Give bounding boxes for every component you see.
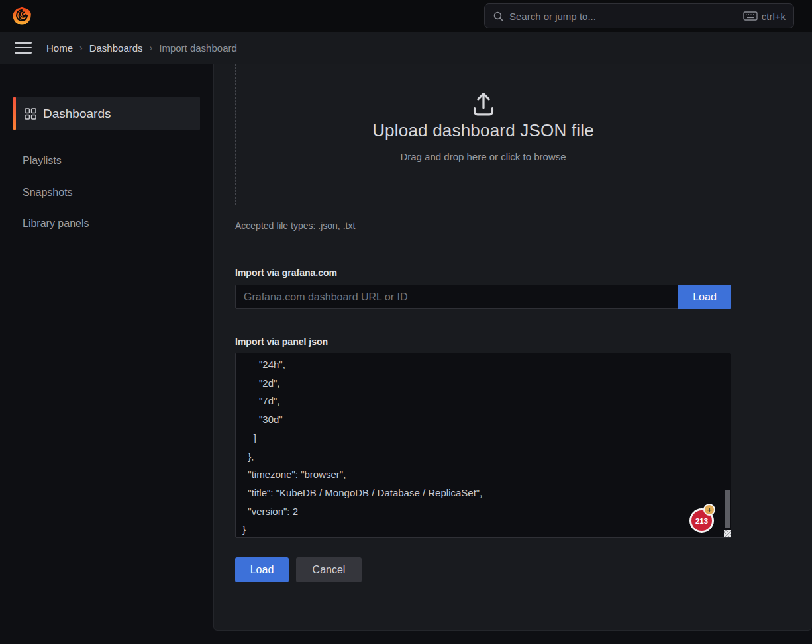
chevron-right-icon: › bbox=[79, 42, 83, 53]
gcom-url-input[interactable] bbox=[235, 285, 678, 309]
textarea-scrollbar-thumb[interactable] bbox=[725, 490, 730, 528]
dropzone-title: Upload dashboard JSON file bbox=[236, 120, 731, 141]
gcom-load-button[interactable]: Load bbox=[678, 285, 731, 309]
panel-json-content: "24h", "2d", "7d", "30d" ] }, "timezone"… bbox=[236, 353, 731, 538]
gcom-label: Import via grafana.com bbox=[235, 267, 337, 278]
dropzone-subtitle: Drag and drop here or click to browse bbox=[236, 151, 731, 162]
badge-plus-icon: + bbox=[703, 504, 715, 516]
search-bar[interactable]: ctrl+k bbox=[484, 3, 794, 28]
dashboards-grid-icon bbox=[25, 108, 36, 120]
breadcrumb-current: Import dashboard bbox=[159, 42, 237, 54]
section-nav: Dashboards Playlists Snapshots Library p… bbox=[0, 64, 213, 644]
search-shortcut: ctrl+k bbox=[743, 10, 786, 22]
breadcrumb: Home › Dashboards › Import dashboard bbox=[46, 42, 237, 54]
textarea-resize-handle[interactable] bbox=[724, 530, 731, 537]
sidebar-item-snapshots[interactable]: Snapshots bbox=[23, 185, 73, 201]
chevron-right-icon: › bbox=[150, 42, 153, 53]
sidebar-item-library-panels[interactable]: Library panels bbox=[23, 216, 89, 232]
accepted-file-types: Accepted file types: .json, .txt bbox=[235, 220, 355, 231]
breadcrumb-bar: Home › Dashboards › Import dashboard bbox=[0, 32, 812, 64]
import-dashboard-page: Upload dashboard JSON file Drag and drop… bbox=[213, 64, 812, 631]
panel-json-label: Import via panel json bbox=[235, 336, 328, 347]
file-dropzone[interactable]: Upload dashboard JSON file Drag and drop… bbox=[235, 64, 731, 205]
form-actions: Load Cancel bbox=[235, 557, 362, 582]
panel-json-textarea[interactable]: "24h", "2d", "7d", "30d" ] }, "timezone"… bbox=[235, 353, 731, 538]
breadcrumb-home[interactable]: Home bbox=[46, 42, 73, 54]
sidebar-item-dashboards[interactable]: Dashboards bbox=[13, 97, 200, 130]
menu-toggle-icon[interactable] bbox=[15, 42, 32, 54]
upload-icon bbox=[236, 89, 731, 119]
shortcut-label: ctrl+k bbox=[762, 11, 786, 22]
search-input[interactable] bbox=[509, 11, 738, 22]
gcom-import-row: Load bbox=[235, 285, 731, 309]
grafana-logo[interactable] bbox=[11, 5, 33, 27]
active-accent-bar bbox=[13, 97, 16, 130]
top-bar: ctrl+k bbox=[0, 0, 812, 32]
sidebar-item-playlists[interactable]: Playlists bbox=[23, 153, 62, 169]
load-button[interactable]: Load bbox=[235, 557, 289, 582]
cancel-button[interactable]: Cancel bbox=[296, 557, 362, 582]
keyboard-icon bbox=[743, 10, 758, 22]
search-icon bbox=[493, 11, 504, 22]
breadcrumb-dashboards[interactable]: Dashboards bbox=[89, 42, 143, 54]
sidebar-item-label: Dashboards bbox=[43, 107, 111, 121]
extension-overlay-badge[interactable]: 213 + bbox=[689, 508, 714, 533]
